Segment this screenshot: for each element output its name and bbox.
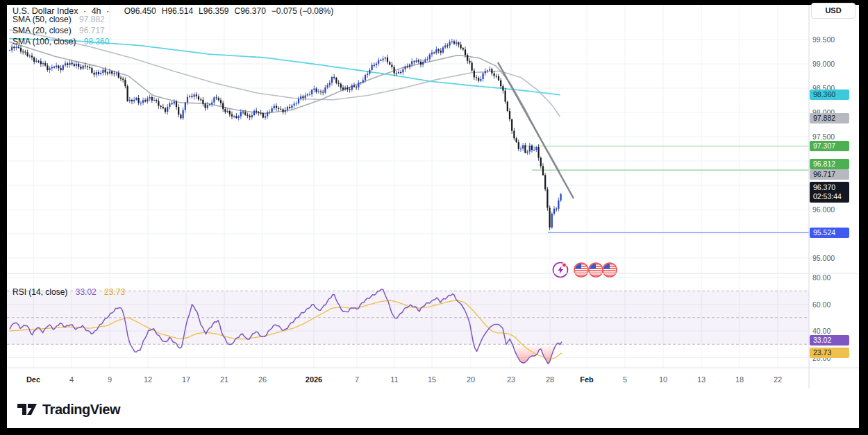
chart-window-frame: U.S. Dollar Index · 4h · O96.450H96.514L… bbox=[0, 0, 868, 435]
time-tick-13: 13 bbox=[697, 375, 706, 384]
trendline-drawing[interactable] bbox=[498, 62, 574, 198]
time-tick-4: 4 bbox=[69, 375, 74, 384]
change-value: −0.075 (−0.08%) bbox=[272, 6, 333, 16]
level-label-95524: 95.524 bbox=[810, 228, 849, 238]
level-label-96812: 96.812 bbox=[810, 159, 849, 169]
time-tick-12: 12 bbox=[144, 375, 152, 384]
rsi-tick-80.00: 80.00 bbox=[812, 273, 831, 282]
legend-item-sma100[interactable]: SMA (100, close) 98.360 bbox=[12, 37, 109, 46]
time-tick-20: 20 bbox=[467, 375, 475, 384]
tradingview-logo[interactable]: TradingView bbox=[17, 401, 120, 418]
time-tick-17: 17 bbox=[182, 375, 190, 384]
time-tick-2026: 2026 bbox=[306, 375, 322, 384]
rsi-value-label: 33.02 bbox=[810, 335, 849, 346]
time-tick-Dec: Dec bbox=[26, 375, 40, 384]
time-tick-22: 22 bbox=[774, 375, 782, 384]
alert-event-icon[interactable] bbox=[553, 263, 568, 278]
sma50-value: 97.882 bbox=[79, 15, 105, 24]
time-tick-21: 21 bbox=[220, 375, 228, 384]
main-chart[interactable] bbox=[7, 5, 859, 428]
last-price-label: 96.37002:53:44 bbox=[810, 182, 849, 203]
time-tick-18: 18 bbox=[735, 375, 744, 384]
time-tick-11: 11 bbox=[390, 375, 398, 384]
legend-item-rsi[interactable]: RSI (14, close) 33.02 23.73 bbox=[12, 287, 125, 297]
level-label-97307: 97.307 bbox=[810, 141, 849, 151]
time-tick-15: 15 bbox=[428, 375, 436, 384]
time-tick-23: 23 bbox=[507, 375, 515, 384]
us-flag-event-icon-2[interactable] bbox=[589, 263, 603, 277]
time-axis[interactable] bbox=[7, 368, 809, 389]
price-tick-99.000: 99.000 bbox=[812, 60, 835, 68]
currency-usd-button[interactable]: USD bbox=[811, 3, 856, 19]
price-tick-95.000: 95.000 bbox=[812, 254, 835, 262]
time-tick-Feb: Feb bbox=[580, 375, 594, 384]
tradingview-logo-icon bbox=[17, 401, 37, 418]
rsi-tick-40.00: 40.00 bbox=[812, 327, 831, 335]
rsi-value: 33.02 bbox=[76, 287, 97, 297]
time-tick-28: 28 bbox=[546, 375, 554, 384]
time-tick-10: 10 bbox=[659, 375, 667, 384]
us-flag-event-icon-1[interactable] bbox=[574, 263, 588, 277]
legend-item-sma50[interactable]: SMA (50, close) 97.882 bbox=[12, 15, 105, 24]
sma20-price-label: 96.717 bbox=[810, 169, 849, 180]
time-tick-9: 9 bbox=[108, 375, 112, 384]
us-flag-event-icon-3[interactable] bbox=[603, 263, 617, 277]
rsi-tick-60.00: 60.00 bbox=[812, 300, 831, 309]
ohlc-values: O96.450H96.514L96.359C96.370−0.075 (−0.0… bbox=[124, 6, 334, 16]
price-tick-97.500: 97.500 bbox=[812, 133, 835, 141]
rsi-ma-value: 23.73 bbox=[104, 287, 125, 297]
candles bbox=[9, 39, 562, 230]
sma50-price-label: 97.882 bbox=[810, 113, 849, 123]
legend-item-sma20[interactable]: SMA (20, close) 96.717 bbox=[12, 26, 105, 35]
rsi-ma-value-label: 23.73 bbox=[810, 348, 849, 358]
time-tick-5: 5 bbox=[623, 375, 627, 384]
time-tick-7: 7 bbox=[355, 375, 359, 384]
price-tick-99.500: 99.500 bbox=[812, 35, 835, 44]
sma100-value: 98.360 bbox=[84, 37, 110, 46]
time-tick-26: 26 bbox=[258, 375, 267, 384]
sma100-price-label: 98.360 bbox=[810, 89, 849, 100]
sma20-value: 96.717 bbox=[79, 26, 105, 35]
tradingview-logo-text: TradingView bbox=[42, 402, 120, 418]
price-tick-96.000: 96.000 bbox=[812, 205, 835, 214]
